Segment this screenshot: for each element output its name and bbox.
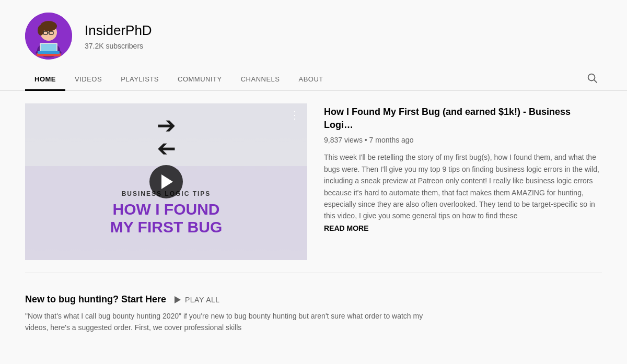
- play-button[interactable]: [149, 165, 183, 198]
- tab-playlists[interactable]: PLAYLISTS: [111, 68, 168, 90]
- tab-home[interactable]: HOME: [25, 68, 65, 90]
- play-all-label: PLAY ALL: [185, 296, 220, 304]
- svg-line-15: [594, 80, 597, 83]
- play-all-icon: [175, 296, 181, 303]
- svg-rect-13: [38, 51, 60, 54]
- video-title: How I Found My First Bug (and earned $1k…: [324, 105, 602, 132]
- more-options-icon[interactable]: ⋮: [289, 109, 300, 121]
- avatar: [25, 13, 72, 60]
- featured-video: ➔ ➔ BUSINESS LOGIC TIPS HOW I FOUNDMY FI…: [25, 103, 602, 273]
- tab-channels[interactable]: CHANNELS: [231, 68, 289, 90]
- video-description: This week I'll be retelling the story of…: [324, 151, 602, 221]
- play-all-button[interactable]: PLAY ALL: [175, 296, 220, 304]
- search-icon[interactable]: [582, 68, 602, 90]
- channel-info: InsiderPhD 37.2K subscribers: [85, 22, 152, 50]
- video-thumbnail[interactable]: ➔ ➔ BUSINESS LOGIC TIPS HOW I FOUNDMY FI…: [25, 103, 307, 260]
- playlist-title: New to bug hunting? Start Here: [25, 294, 166, 305]
- read-more-button[interactable]: READ MORE: [324, 224, 602, 232]
- video-info: How I Found My First Bug (and earned $1k…: [324, 103, 602, 260]
- nav-tabs: HOME VIDEOS PLAYLISTS COMMUNITY CHANNELS…: [25, 68, 333, 90]
- tab-videos[interactable]: VIDEOS: [65, 68, 111, 90]
- channel-header: InsiderPhD 37.2K subscribers: [0, 0, 627, 60]
- main-content: ➔ ➔ BUSINESS LOGIC TIPS HOW I FOUNDMY FI…: [0, 91, 627, 346]
- tab-about[interactable]: ABOUT: [289, 68, 333, 90]
- playlist-description: "Now that's what I call bug bounty hunti…: [25, 310, 443, 334]
- playlist-section: New to bug hunting? Start Here PLAY ALL …: [25, 290, 602, 334]
- tab-community[interactable]: COMMUNITY: [168, 68, 231, 90]
- channel-name: InsiderPhD: [85, 22, 152, 39]
- video-meta: 9,837 views • 7 months ago: [324, 136, 602, 144]
- subscriber-count: 37.2K subscribers: [85, 42, 152, 50]
- play-triangle-icon: [161, 174, 173, 189]
- svg-point-6: [38, 25, 44, 36]
- channel-nav: HOME VIDEOS PLAYLISTS COMMUNITY CHANNELS…: [0, 68, 627, 91]
- svg-rect-11: [41, 44, 56, 52]
- thumb-line2: HOW I FOUNDMY FIRST BUG: [110, 201, 222, 237]
- playlist-header: New to bug hunting? Start Here PLAY ALL: [25, 294, 602, 305]
